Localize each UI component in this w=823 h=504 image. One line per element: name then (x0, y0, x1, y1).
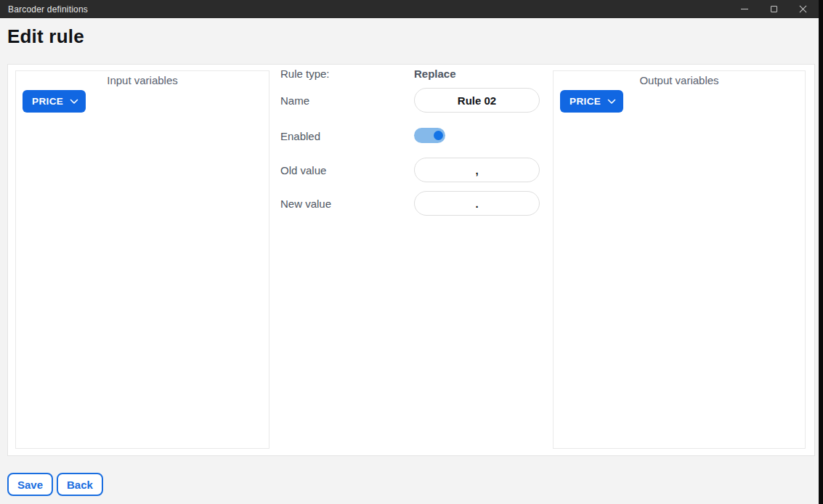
old-value-input[interactable] (414, 158, 540, 182)
old-value-label: Old value (280, 164, 326, 176)
save-button[interactable]: Save (7, 473, 53, 496)
screen-edge-strip (819, 0, 823, 504)
rule-type-label: Rule type: (280, 68, 330, 80)
output-variable-price-dropdown[interactable]: PRICE (560, 90, 623, 113)
chevron-down-icon (70, 99, 78, 105)
name-input[interactable] (414, 88, 540, 113)
enabled-toggle[interactable] (414, 128, 445, 143)
page-title: Edit rule (7, 25, 84, 48)
name-label: Name (280, 94, 309, 107)
minimize-button[interactable] (730, 0, 759, 18)
window-title: Barcoder definitions (8, 4, 88, 15)
new-value-label: New value (280, 198, 331, 210)
edit-rule-card: Input variables PRICE Output variables P… (7, 64, 815, 456)
output-variables-title: Output variables (554, 74, 805, 86)
rule-type-value: Replace (414, 68, 456, 80)
input-variables-title: Input variables (16, 74, 269, 86)
input-variable-price-label: PRICE (32, 96, 63, 107)
input-variables-panel: Input variables PRICE (15, 70, 269, 449)
maximize-button[interactable] (759, 0, 788, 18)
output-variables-panel: Output variables PRICE (553, 70, 806, 449)
maximize-icon (771, 6, 777, 12)
input-variable-price-dropdown[interactable]: PRICE (23, 90, 86, 113)
minimize-icon (741, 9, 748, 9)
titlebar: Barcoder definitions (0, 0, 823, 18)
toggle-knob (434, 131, 443, 140)
new-value-input[interactable] (414, 191, 540, 216)
enabled-label: Enabled (280, 130, 320, 142)
window-controls (730, 0, 817, 18)
back-button[interactable]: Back (57, 473, 103, 496)
chevron-down-icon (607, 99, 616, 105)
close-button[interactable] (788, 0, 817, 18)
close-icon (799, 5, 807, 13)
output-variable-price-label: PRICE (569, 96, 601, 107)
